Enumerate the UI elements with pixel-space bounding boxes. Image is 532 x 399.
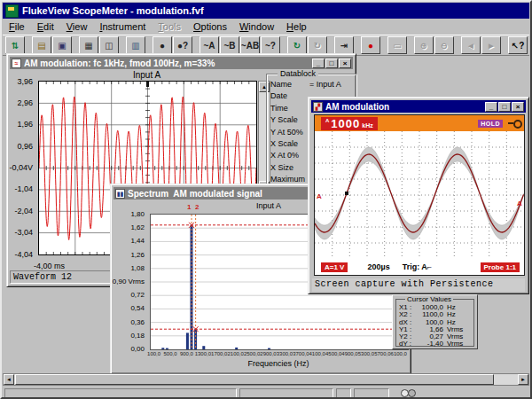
spectrum-bar [186,332,189,349]
waveform-window-titlebar[interactable]: ≈ AM modulation: fc 1kHz, fmod 100Hz, m=… [10,57,353,69]
menu-options[interactable]: Options [187,20,233,33]
scope-probe-badge: Probe 1:1 [481,262,520,272]
spectrum-cursor2-label[interactable]: 2 [195,203,199,211]
scrollbar-thumb[interactable] [15,374,494,385]
probe-connector-icon [508,120,520,127]
scope-window-title: AM modulation [325,102,389,112]
spectrum-y-tick: 0,90 Vrms [113,278,145,286]
scope-screen: A 1000 kHz HOLD AA A=1 V 200µs Trig: A⌐ … [314,114,525,276]
save-file-button[interactable]: ▣ [52,36,72,54]
spectrum-bar [268,348,270,349]
scope-caption: Screen capture with Persistence [312,278,525,292]
replay-all-button: ↻ [308,36,327,54]
scope-scale-badge: A=1 V [321,262,348,272]
statusbar-panel [354,388,389,399]
waveform-query-button[interactable]: ~? [261,36,280,54]
scope-close-button[interactable]: × [512,102,524,112]
statusbar-panel [4,388,237,399]
waveform-window-icon: ≈ [12,59,21,68]
replay-button[interactable]: ↻ [287,36,307,54]
waveform-y-tick: -0,04V [9,163,33,172]
scroll-left-button[interactable]: ◄ [4,374,14,385]
capture-screen-button[interactable]: ● [153,36,172,54]
scope-maximize-button[interactable]: □ [498,102,511,112]
cursor-value-row: Y1 :1,66Vrms [399,325,471,332]
spectrum-y-tick: 0,36 [130,318,145,326]
spectrum-y-tick: 1,80 [130,210,145,218]
scope-trigger: Trig: A⌐ [403,262,432,271]
recorder-button[interactable]: ⇥ [334,36,354,54]
statusbar-panel [239,388,333,399]
spectrum-y-tick: 0,54 [130,304,145,312]
waveform-maximize-button[interactable]: □ [325,59,338,68]
datablock-row: Name= Input A [270,80,354,91]
record-button[interactable]: ● [361,36,380,54]
menu-window[interactable]: Window [233,20,280,33]
menu-tools: Tools [152,20,187,33]
spectrum-bar [235,348,238,349]
main-titlebar[interactable]: FlukeView ScopeMeter - modulation.fvf [3,3,529,19]
waveform-y-tick: 2,96 [17,98,33,107]
last-record-button: ► [481,36,501,54]
spectrum-y-tick: 1,26 [130,251,145,259]
datablock-row-value: = Input A [309,80,341,91]
cursor-unit: Vrms [447,340,463,348]
spectrum-y-tick: 0,18 [130,332,145,340]
waveform-close-button[interactable]: × [339,59,351,68]
waveform-y-tick: -4,04 [14,250,33,259]
waveform-x-start-label: -4,00 ms [34,262,65,270]
print-preview-button[interactable]: ◫ [99,36,119,54]
datablock-row-label: X Size [270,163,309,175]
spectrum-y-tick: 1,08 [130,264,145,272]
waveform-a-button[interactable]: ~A [200,36,219,54]
waveform-y-tick: -2,04 [14,207,33,215]
spectrum-y-tick: 1,62 [130,223,145,231]
waveform-ab-button[interactable]: ~AB [240,36,260,54]
datablock-row-label: Date [270,91,309,103]
statusbar-panel [336,388,351,399]
waveform-minimize-button[interactable]: _ [312,59,325,68]
scroll-right-button[interactable]: ► [518,374,528,385]
menu-file[interactable]: File [3,20,31,33]
open-file-button[interactable]: ▤ [32,36,51,54]
cassette-button: ▭ [387,36,407,54]
capture-query-button[interactable]: ●? [173,36,192,54]
menubar: FileEditViewInstrumentToolsOptionsWindow… [3,20,529,34]
spectrum-cursor1-label[interactable]: 1 [187,203,191,211]
waveform-y-axis: 3,962,961,960,96-0,04V-1,04-2,04-3,04-4,… [7,81,35,254]
horizontal-scrollbar[interactable]: ◄ ► [3,373,529,386]
menu-view[interactable]: View [60,20,94,33]
datablock-row-label: X At 0% [270,151,309,162]
datablock-row-label: Time [270,104,309,115]
datablock-row-label: Y At 50% [270,128,309,139]
waveform-y-tick: 0,96 [17,142,33,151]
print-button[interactable]: ▦ [79,36,98,54]
cursor-values-title: Cursor Values [405,295,453,303]
scope-trace-plot: AA [315,131,524,259]
spectrum-y-tick: 0,72 [130,291,145,299]
channel-left-marker: A [317,192,322,200]
scope-minimize-button[interactable]: _ [485,102,497,112]
spectrum-bar [161,348,164,349]
scope-window-titlebar[interactable]: ▞ AM modulation _ □ × [311,100,526,113]
spectrum-window-title: Spectrum AM modulated signal [128,189,262,199]
zoom-out-button: ⊖ [434,36,454,54]
comm-link-icon [401,389,420,398]
menu-help[interactable]: Help [280,20,313,33]
spectrum-x-tick: 6100,0 [385,351,413,356]
spectrum-input-label: Input A [208,201,281,210]
hold-badge: HOLD [478,120,503,128]
cursor-label: dY : [399,340,414,348]
menu-edit[interactable]: Edit [31,20,60,33]
datablock-row-label: Y Scale [270,115,309,127]
context-help-button[interactable]: ↖? [508,36,528,54]
copy-button[interactable]: ▥ [126,36,145,54]
trigger-marker [146,82,149,87]
scope-window: ▞ AM modulation _ □ × A 1000 kHz HOLD AA… [308,97,529,294]
cursor-value-row: Y2 :0,27Vrms [399,332,471,340]
spectrum-x-axis-title: Frequencies (Hz) [216,359,340,368]
connect-instrument-button[interactable]: ⇅ [5,36,25,54]
menu-instrument[interactable]: Instrument [93,20,152,33]
waveform-b-button[interactable]: ~B [220,36,239,54]
app-icon [5,4,19,18]
